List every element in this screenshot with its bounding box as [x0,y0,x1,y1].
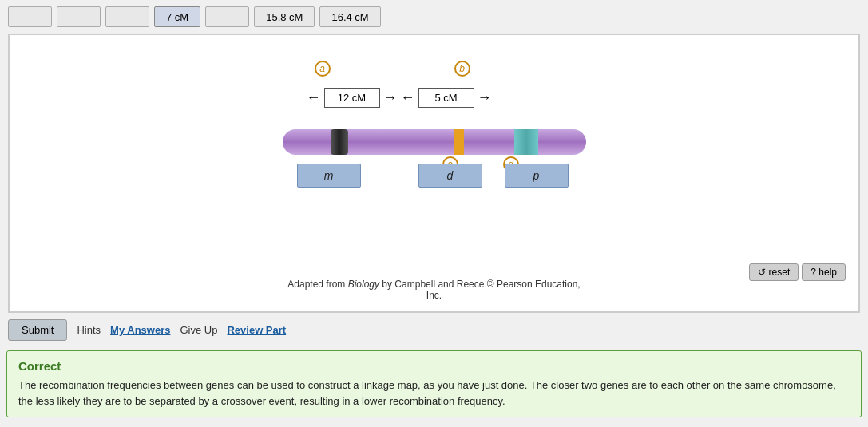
top-btn-1[interactable] [8,6,52,27]
citation-italic: Biology [348,279,379,290]
diagram-inner: a b ← 12 cM → ← 5 cM → [18,51,850,259]
top-btn-5[interactable] [205,6,249,27]
gene-p-button[interactable]: p [505,164,569,188]
chromosome-body [283,129,586,155]
citation-suffix: by Campbell and Reece © Pearson Educatio… [379,279,581,301]
distance-box-1: 12 cM [324,88,380,108]
arrow-left-1: ← [307,89,321,106]
marker-a-label: a [315,61,331,77]
gene-m-button[interactable]: m [297,164,361,188]
my-answers-link[interactable]: My Answers [110,324,170,336]
marker-b-label: b [454,61,470,77]
correct-title: Correct [18,359,850,373]
distance-row: ← 12 cM → ← 5 cM → [307,88,562,108]
top-btn-7[interactable]: 16.4 cM [319,6,380,27]
reset-button[interactable]: ↺ reset [749,263,799,281]
top-btn-4[interactable]: 7 cM [154,6,200,27]
help-button[interactable]: ? help [802,263,846,281]
distance-box-2: 5 cM [418,88,474,108]
top-toolbar: 7 cM 15.8 cM 16.4 cM [0,0,868,34]
top-btn-2[interactable] [57,6,101,27]
citation: Adapted from Biology by Campbell and Ree… [283,279,586,301]
correct-banner: Correct The recombination frequencies be… [6,350,862,417]
top-btn-3[interactable] [105,6,149,27]
review-part-link[interactable]: Review Part [227,324,286,336]
chromosome-diagram: a b ← 12 cM → ← 5 cM → [283,67,586,243]
diagram-container: a b ← 12 cM → ← 5 cM → [8,34,860,313]
band-teal [514,129,538,155]
arrow-right-1: → [383,89,398,106]
correct-text: The recombination frequencies between ge… [18,378,850,409]
band-orange [454,129,464,155]
hints-link[interactable]: Hints [77,324,101,336]
arrow-right-2: → [478,89,492,106]
citation-prefix: Adapted from [287,279,347,290]
top-btn-6[interactable]: 15.8 cM [254,6,315,27]
action-bar: Submit Hints My Answers Give Up Review P… [0,313,868,347]
give-up-link[interactable]: Give Up [180,324,217,336]
submit-button[interactable]: Submit [8,319,67,341]
band-black [331,129,348,155]
gene-d-button[interactable]: d [418,164,482,188]
arrow-left-2: ← [401,89,415,106]
